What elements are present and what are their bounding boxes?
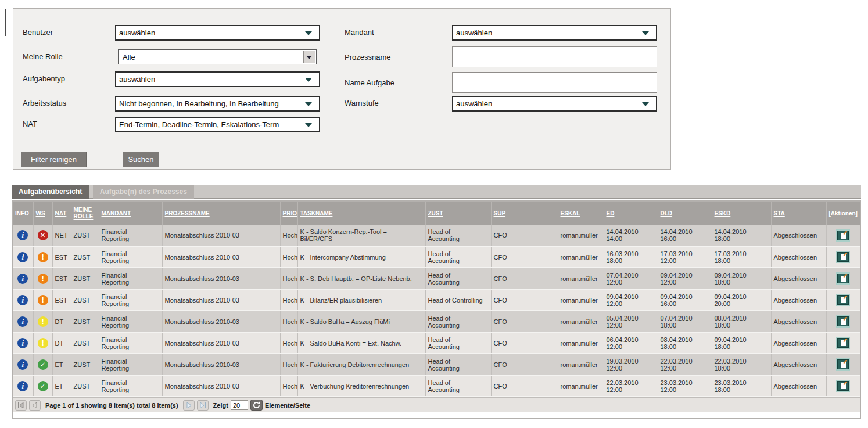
column-header-label[interactable]: DLD — [661, 210, 673, 217]
column-header-taskname[interactable]: TASKNAME — [297, 202, 425, 225]
column-header-eskd[interactable]: ESKD — [712, 202, 771, 225]
edit-action-button[interactable] — [836, 229, 850, 242]
column-header-label[interactable]: NAT — [55, 210, 67, 217]
column-header-label[interactable]: PRIO — [283, 210, 297, 217]
edit-action-button[interactable] — [836, 294, 850, 306]
column-header-prio[interactable]: PRIO — [280, 202, 297, 225]
edit-document-icon — [837, 252, 849, 262]
benutzer-dropdown[interactable]: auswählen — [115, 25, 320, 41]
cell-zust: Head of Accounting — [425, 311, 491, 332]
last-page-button[interactable] — [197, 400, 209, 411]
chevron-down-icon[interactable] — [303, 51, 315, 63]
per-page-label: Elemente/Seite — [265, 402, 310, 409]
nat-dropdown[interactable]: End-Termin, Deadline-Termin, Eskalations… — [115, 117, 320, 132]
prozessname-input[interactable] — [452, 46, 657, 67]
column-header-dld[interactable]: DLD — [658, 202, 712, 225]
column-header-sta[interactable]: STA — [771, 202, 826, 225]
column-header-label[interactable]: ZUST — [428, 210, 443, 217]
cell-info[interactable]: i — [13, 246, 33, 268]
column-header-ed[interactable]: ED — [604, 202, 658, 225]
edit-action-button[interactable] — [836, 337, 850, 349]
page-size-input[interactable] — [231, 400, 248, 410]
edit-action-button[interactable] — [836, 358, 850, 371]
info-icon[interactable]: i — [17, 359, 28, 370]
cell-info[interactable]: i — [13, 225, 33, 246]
info-icon[interactable]: i — [17, 295, 28, 305]
column-header-label[interactable]: MANDANT — [102, 210, 131, 217]
cell-aktionen[interactable] — [826, 332, 860, 354]
meine-rolle-select[interactable]: Alle — [118, 49, 317, 64]
task-table: INFOWSNATMEINE ROLLEMANDANTPROZESSNAMEPR… — [13, 202, 860, 397]
edit-action-button[interactable] — [836, 315, 850, 328]
cell-aktionen[interactable] — [826, 289, 860, 311]
cell-sta: Abgeschlossen — [771, 246, 826, 268]
column-header-label[interactable]: ESKAL — [561, 210, 580, 217]
zeigt-label: Zeigt — [213, 402, 228, 409]
cell-aktionen[interactable] — [826, 375, 860, 397]
column-header-mandant[interactable]: MANDANT — [99, 202, 162, 225]
column-header-label[interactable]: WS — [36, 210, 45, 217]
cell-aktionen[interactable] — [826, 268, 860, 289]
info-icon[interactable]: i — [17, 230, 28, 240]
info-icon[interactable]: i — [17, 252, 28, 262]
edit-action-button[interactable] — [836, 251, 850, 263]
info-icon[interactable]: i — [17, 381, 28, 391]
cell-aktionen[interactable] — [826, 246, 860, 268]
cell-prio: Hoch — [280, 375, 297, 397]
cell-aktionen[interactable] — [826, 225, 860, 246]
cell-aktionen[interactable] — [826, 354, 860, 375]
cell-eskd: 08.04.2010 18:00 — [712, 311, 771, 332]
panel-splitter-handle[interactable] — [5, 9, 6, 36]
column-header-label[interactable]: TASKNAME — [300, 210, 333, 217]
status-caution-icon: ! — [38, 316, 48, 327]
column-header-meine-rolle[interactable]: MEINE ROLLE — [71, 202, 99, 225]
name-aufgabe-input[interactable] — [452, 72, 657, 93]
table-row: i✓ETZUSTFinancial ReportingMonatsabschlu… — [13, 354, 860, 375]
column-header-label[interactable]: ED — [607, 210, 615, 217]
cell-nat: EST — [52, 289, 71, 311]
cell-info[interactable]: i — [13, 375, 33, 397]
column-header-eskal[interactable]: ESKAL — [558, 202, 604, 225]
column-header-label[interactable]: ESKD — [715, 210, 731, 217]
arbeitsstatus-dropdown[interactable]: Nicht begonnen, In Bearbeitung, In Bearb… — [115, 96, 320, 112]
next-page-button[interactable] — [183, 400, 195, 411]
column-header-nat[interactable]: NAT — [52, 202, 71, 225]
aufgabentyp-dropdown[interactable]: auswählen — [115, 71, 320, 87]
cell-info[interactable]: i — [13, 311, 33, 332]
previous-page-button[interactable] — [29, 400, 41, 411]
cell-zust: Head of Accounting — [425, 332, 491, 354]
cell-ws: ✕ — [33, 225, 52, 246]
column-header-ws[interactable]: WS — [33, 202, 52, 225]
tab-aufgabenuebersicht[interactable]: Aufgabenübersicht — [12, 185, 89, 199]
tab-aufgaben-des-prozesses[interactable]: Aufgabe(n) des Prozesses — [93, 185, 194, 199]
cell-info[interactable]: i — [13, 268, 33, 289]
column-header-sup[interactable]: SUP — [491, 202, 558, 225]
aufgabentyp-label: Aufgabentyp — [23, 74, 65, 83]
cell-info[interactable]: i — [13, 332, 33, 354]
edit-action-button[interactable] — [836, 380, 850, 392]
column-header-zust[interactable]: ZUST — [425, 202, 491, 225]
mandant-dropdown[interactable]: auswählen — [452, 25, 657, 41]
filter-clear-button[interactable]: Filter reinigen — [21, 152, 87, 167]
info-icon[interactable]: i — [17, 338, 28, 348]
cell-prozessname: Monatsabschluss 2010-03 — [162, 289, 280, 311]
edit-document-icon — [837, 295, 849, 305]
column-header-label[interactable]: PROZESSNAME — [165, 210, 210, 217]
warnstufe-dropdown[interactable]: auswählen — [452, 96, 657, 112]
cell-info[interactable]: i — [13, 289, 33, 311]
info-icon[interactable]: i — [17, 274, 28, 284]
first-page-icon — [18, 402, 24, 408]
edit-action-button[interactable] — [836, 272, 850, 285]
column-header-label[interactable]: MEINE ROLLE — [74, 207, 94, 220]
column-header-prozessname[interactable]: PROZESSNAME — [162, 202, 280, 225]
column-header-label[interactable]: STA — [774, 210, 785, 217]
cell-aktionen[interactable] — [826, 311, 860, 332]
cell-info[interactable]: i — [13, 354, 33, 375]
column-header-label[interactable]: SUP — [494, 210, 506, 217]
first-page-button[interactable] — [15, 400, 27, 411]
refresh-button[interactable] — [250, 400, 263, 411]
info-icon[interactable]: i — [17, 316, 28, 327]
search-button[interactable]: Suchen — [123, 152, 159, 167]
cell-prio: Hoch — [280, 225, 297, 246]
cell-ws: ! — [33, 268, 52, 289]
